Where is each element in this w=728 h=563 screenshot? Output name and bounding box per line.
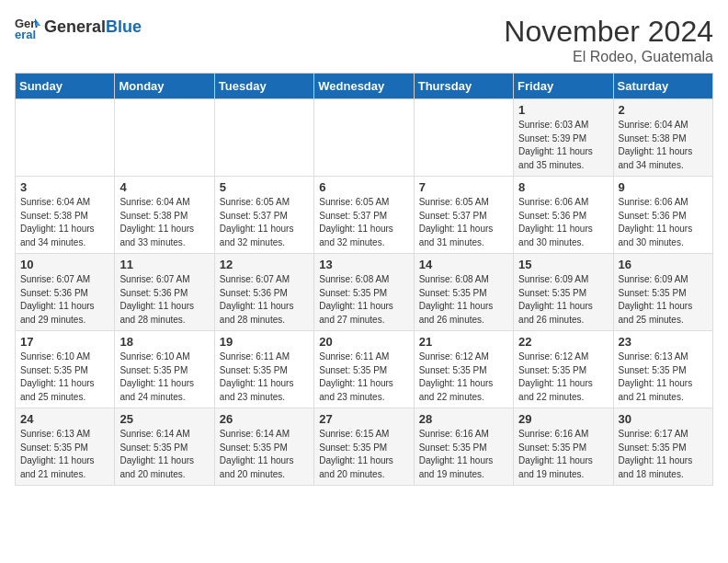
day-number: 10 [20, 258, 109, 271]
cell-info: Sunrise: 6:05 AM Sunset: 5:37 PM Dayligh… [419, 196, 508, 249]
day-number: 19 [220, 335, 309, 349]
header-saturday: Saturday [613, 74, 712, 99]
logo-icon: Gen eral [15, 15, 40, 40]
calendar-cell: 18Sunrise: 6:10 AM Sunset: 5:35 PM Dayli… [115, 331, 214, 408]
header-sunday: Sunday [16, 74, 115, 99]
day-number: 22 [518, 335, 608, 349]
day-number: 7 [419, 180, 508, 194]
calendar-cell: 14Sunrise: 6:08 AM Sunset: 5:35 PM Dayli… [414, 254, 513, 331]
cell-info: Sunrise: 6:13 AM Sunset: 5:35 PM Dayligh… [619, 350, 708, 404]
calendar-cell: 9Sunrise: 6:06 AM Sunset: 5:36 PM Daylig… [613, 177, 712, 254]
calendar-cell: 26Sunrise: 6:14 AM Sunset: 5:35 PM Dayli… [214, 408, 313, 486]
calendar-cell: 30Sunrise: 6:17 AM Sunset: 5:35 PM Dayli… [613, 408, 712, 486]
cell-info: Sunrise: 6:08 AM Sunset: 5:35 PM Dayligh… [319, 273, 408, 327]
cell-info: Sunrise: 6:10 AM Sunset: 5:35 PM Dayligh… [119, 350, 209, 404]
calendar-cell: 29Sunrise: 6:16 AM Sunset: 5:35 PM Dayli… [514, 408, 613, 486]
day-number: 3 [20, 180, 109, 194]
day-number: 21 [419, 335, 508, 349]
cell-info: Sunrise: 6:10 AM Sunset: 5:35 PM Dayligh… [20, 350, 109, 404]
cell-info: Sunrise: 6:07 AM Sunset: 5:36 PM Dayligh… [119, 273, 209, 327]
cell-info: Sunrise: 6:11 AM Sunset: 5:35 PM Dayligh… [319, 350, 408, 404]
week-row-3: 10Sunrise: 6:07 AM Sunset: 5:36 PM Dayli… [16, 254, 713, 331]
day-number: 20 [319, 335, 408, 349]
calendar-cell: 21Sunrise: 6:12 AM Sunset: 5:35 PM Dayli… [414, 331, 513, 408]
calendar-cell [115, 99, 214, 177]
day-number: 5 [220, 180, 309, 194]
calendar-cell: 23Sunrise: 6:13 AM Sunset: 5:35 PM Dayli… [613, 331, 712, 408]
cell-info: Sunrise: 6:12 AM Sunset: 5:35 PM Dayligh… [518, 350, 608, 404]
calendar-cell: 1Sunrise: 6:03 AM Sunset: 5:39 PM Daylig… [514, 99, 613, 177]
week-row-4: 17Sunrise: 6:10 AM Sunset: 5:35 PM Dayli… [16, 331, 713, 408]
header-friday: Friday [514, 74, 613, 99]
day-number: 29 [518, 412, 608, 426]
cell-info: Sunrise: 6:12 AM Sunset: 5:35 PM Dayligh… [419, 350, 508, 404]
cell-info: Sunrise: 6:06 AM Sunset: 5:36 PM Dayligh… [619, 196, 708, 249]
logo: Gen eral GeneralBlue [15, 15, 142, 40]
day-number: 18 [119, 335, 209, 349]
cell-info: Sunrise: 6:11 AM Sunset: 5:35 PM Dayligh… [220, 350, 309, 404]
day-number: 1 [518, 103, 608, 117]
page-header: Gen eral GeneralBlue November 2024 El Ro… [15, 15, 713, 65]
cell-info: Sunrise: 6:04 AM Sunset: 5:38 PM Dayligh… [20, 196, 109, 249]
header-wednesday: Wednesday [314, 74, 414, 99]
logo-text: GeneralBlue [44, 18, 142, 37]
calendar-cell: 6Sunrise: 6:05 AM Sunset: 5:37 PM Daylig… [314, 177, 414, 254]
day-number: 15 [518, 258, 608, 271]
cell-info: Sunrise: 6:05 AM Sunset: 5:37 PM Dayligh… [319, 196, 408, 249]
calendar-cell: 2Sunrise: 6:04 AM Sunset: 5:38 PM Daylig… [613, 99, 712, 177]
cell-info: Sunrise: 6:16 AM Sunset: 5:35 PM Dayligh… [518, 428, 608, 481]
day-number: 28 [419, 412, 508, 426]
cell-info: Sunrise: 6:16 AM Sunset: 5:35 PM Dayligh… [419, 428, 508, 481]
header-thursday: Thursday [414, 74, 513, 99]
calendar-cell: 24Sunrise: 6:13 AM Sunset: 5:35 PM Dayli… [16, 408, 115, 486]
calendar-cell: 7Sunrise: 6:05 AM Sunset: 5:37 PM Daylig… [414, 177, 513, 254]
calendar-cell: 20Sunrise: 6:11 AM Sunset: 5:35 PM Dayli… [314, 331, 414, 408]
calendar-cell [16, 99, 115, 177]
calendar-cell: 16Sunrise: 6:09 AM Sunset: 5:35 PM Dayli… [613, 254, 712, 331]
calendar-cell [314, 99, 414, 177]
week-row-2: 3Sunrise: 6:04 AM Sunset: 5:38 PM Daylig… [16, 177, 713, 254]
day-number: 27 [319, 412, 408, 426]
day-number: 2 [619, 103, 708, 117]
cell-info: Sunrise: 6:09 AM Sunset: 5:35 PM Dayligh… [518, 273, 608, 327]
day-number: 8 [518, 180, 608, 194]
cell-info: Sunrise: 6:04 AM Sunset: 5:38 PM Dayligh… [619, 119, 708, 172]
cell-info: Sunrise: 6:04 AM Sunset: 5:38 PM Dayligh… [119, 196, 209, 249]
calendar-cell: 12Sunrise: 6:07 AM Sunset: 5:36 PM Dayli… [214, 254, 313, 331]
day-number: 30 [619, 412, 708, 426]
calendar-cell: 8Sunrise: 6:06 AM Sunset: 5:36 PM Daylig… [514, 177, 613, 254]
day-number: 25 [119, 412, 209, 426]
calendar-table: SundayMondayTuesdayWednesdayThursdayFrid… [15, 73, 713, 486]
calendar-header-row: SundayMondayTuesdayWednesdayThursdayFrid… [16, 74, 713, 99]
calendar-cell: 10Sunrise: 6:07 AM Sunset: 5:36 PM Dayli… [16, 254, 115, 331]
day-number: 9 [619, 180, 708, 194]
day-number: 6 [319, 180, 408, 194]
calendar-cell [214, 99, 313, 177]
calendar-cell: 4Sunrise: 6:04 AM Sunset: 5:38 PM Daylig… [115, 177, 214, 254]
calendar-cell: 19Sunrise: 6:11 AM Sunset: 5:35 PM Dayli… [214, 331, 313, 408]
day-number: 26 [220, 412, 309, 426]
cell-info: Sunrise: 6:07 AM Sunset: 5:36 PM Dayligh… [220, 273, 309, 327]
cell-info: Sunrise: 6:06 AM Sunset: 5:36 PM Dayligh… [518, 196, 608, 249]
day-number: 24 [20, 412, 109, 426]
cell-info: Sunrise: 6:13 AM Sunset: 5:35 PM Dayligh… [20, 428, 109, 481]
location-title: El Rodeo, Guatemala [504, 49, 713, 65]
day-number: 14 [419, 258, 508, 271]
calendar-cell: 25Sunrise: 6:14 AM Sunset: 5:35 PM Dayli… [115, 408, 214, 486]
day-number: 13 [319, 258, 408, 271]
calendar-cell: 13Sunrise: 6:08 AM Sunset: 5:35 PM Dayli… [314, 254, 414, 331]
cell-info: Sunrise: 6:14 AM Sunset: 5:35 PM Dayligh… [220, 428, 309, 481]
day-number: 16 [619, 258, 708, 271]
day-number: 4 [119, 180, 209, 194]
day-number: 17 [20, 335, 109, 349]
calendar-cell [414, 99, 513, 177]
calendar-cell: 15Sunrise: 6:09 AM Sunset: 5:35 PM Dayli… [514, 254, 613, 331]
svg-text:eral: eral [15, 28, 36, 40]
cell-info: Sunrise: 6:15 AM Sunset: 5:35 PM Dayligh… [319, 428, 408, 481]
day-number: 23 [619, 335, 708, 349]
cell-info: Sunrise: 6:14 AM Sunset: 5:35 PM Dayligh… [119, 428, 209, 481]
day-number: 12 [220, 258, 309, 271]
calendar-cell: 22Sunrise: 6:12 AM Sunset: 5:35 PM Dayli… [514, 331, 613, 408]
week-row-1: 1Sunrise: 6:03 AM Sunset: 5:39 PM Daylig… [16, 99, 713, 177]
title-block: November 2024 El Rodeo, Guatemala [504, 15, 713, 65]
